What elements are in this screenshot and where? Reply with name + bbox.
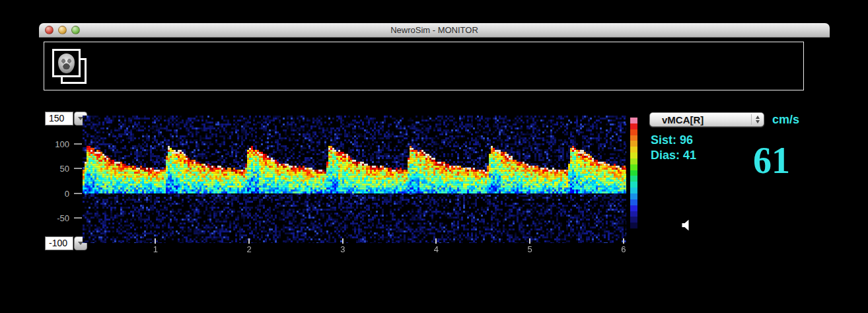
spectrogram-plot — [83, 116, 626, 243]
window-close-button[interactable] — [45, 26, 54, 34]
vessel-select-value: vMCA[R] — [650, 114, 751, 125]
toolbar — [44, 42, 804, 90]
colorbar-segment — [630, 182, 637, 188]
window-title: NewroSim - MONITOR — [390, 25, 478, 35]
velocity-colorbar — [630, 118, 637, 228]
vessel-select[interactable]: vMCA[R] — [649, 112, 764, 127]
y-axis: 100500-50 — [39, 116, 83, 243]
diastolic-readout: Dias: 41 — [651, 149, 696, 162]
x-axis: 123456 — [83, 238, 626, 258]
x-tick-label: 4 — [434, 244, 439, 254]
x-tick-label: 2 — [247, 244, 252, 254]
y-tick-label: 0 — [39, 188, 69, 198]
y-tick-label: 50 — [39, 164, 69, 174]
y-tick-mark — [74, 217, 82, 219]
y-tick-mark — [74, 168, 82, 169]
window-minimize-button[interactable] — [58, 26, 67, 34]
mean-velocity-value: 61 — [735, 142, 808, 179]
popup-arrows-icon — [751, 114, 764, 125]
colorbar-segment — [630, 123, 637, 129]
window-zoom-button[interactable] — [71, 26, 80, 34]
diastolic-value: 41 — [683, 149, 696, 162]
colorbar-segment — [630, 170, 637, 176]
speaker-button[interactable] — [680, 219, 694, 232]
doppler-spectrogram-canvas — [83, 116, 626, 243]
app-window: NewroSim - MONITOR 150 -100 100500-50 12… — [39, 23, 830, 313]
systolic-value: 96 — [680, 133, 693, 147]
arrow-down-icon — [756, 120, 760, 123]
traffic-lights — [45, 26, 80, 34]
x-tick-label: 6 — [621, 244, 626, 254]
x-tick-mark — [342, 238, 344, 244]
colorbar-segment — [630, 153, 637, 158]
colorbar-segment — [630, 158, 637, 164]
diastolic-label: Dias: — [651, 149, 680, 162]
x-tick-label: 3 — [340, 244, 345, 254]
x-tick-mark — [155, 238, 156, 244]
unit-label: cm/s — [772, 113, 799, 127]
colorbar-segment — [630, 188, 637, 193]
x-tick-mark — [529, 238, 530, 244]
x-tick-mark — [623, 238, 624, 244]
colorbar-segment — [630, 129, 637, 135]
colorbar-segment — [630, 135, 637, 141]
colorbar-segment — [630, 217, 637, 223]
y-tick-label: -50 — [39, 213, 69, 223]
y-tick-mark — [74, 193, 82, 194]
y-tick-mark — [74, 143, 82, 145]
colorbar-segment — [630, 141, 637, 147]
window-titlebar[interactable]: NewroSim - MONITOR — [39, 23, 830, 38]
systolic-readout: Sist: 96 — [651, 133, 693, 147]
colorbar-segment — [630, 193, 637, 199]
y-tick-label: 100 — [39, 139, 69, 149]
colorbar-segment — [630, 211, 637, 217]
x-tick-mark — [248, 238, 250, 244]
colorbar-segment — [630, 176, 637, 182]
brain-image — [58, 53, 75, 73]
systolic-label: Sist: — [651, 133, 676, 147]
x-tick-label: 1 — [153, 244, 158, 254]
brain-ct-icon — [52, 49, 81, 77]
colorbar-segment — [630, 199, 637, 205]
colorbar-segment — [630, 223, 637, 228]
colorbar-segment — [630, 205, 637, 211]
x-tick-mark — [435, 238, 437, 244]
speaker-icon — [680, 219, 694, 232]
brain-scan-tool-button[interactable] — [52, 49, 89, 86]
colorbar-segment — [630, 147, 637, 153]
x-tick-label: 5 — [527, 244, 532, 254]
colorbar-segment — [630, 164, 637, 170]
colorbar-segment — [630, 118, 637, 123]
arrow-up-icon — [756, 116, 760, 119]
